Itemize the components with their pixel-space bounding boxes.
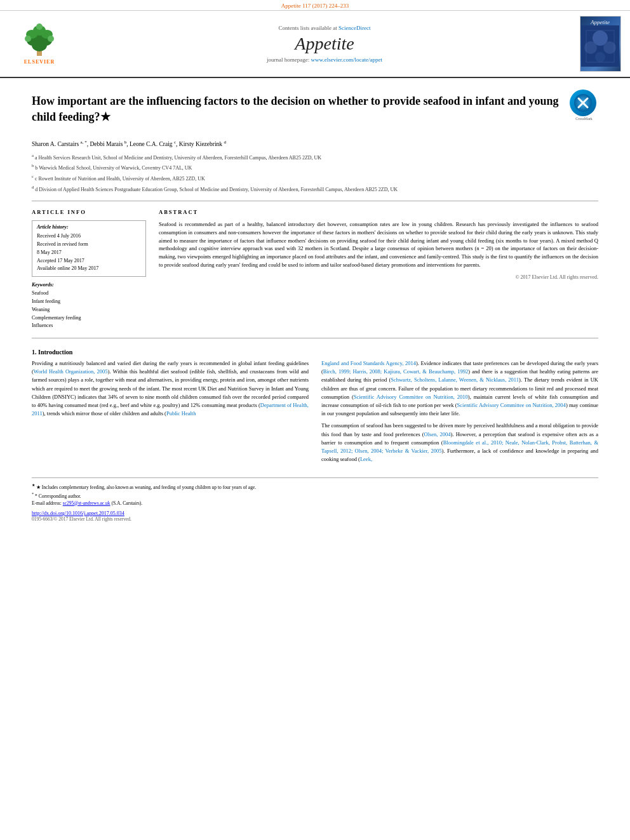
keyword-5: Influences <box>32 322 146 330</box>
homepage-line: journal homepage: www.elsevier.com/locat… <box>267 57 382 63</box>
homepage-text: journal homepage: <box>267 57 309 63</box>
email-address[interactable]: sc295@st-andrews.ac.uk <box>63 500 111 506</box>
keywords-box: Keywords: Seafood Infant feeding Weaning… <box>32 282 146 330</box>
corresponding-footnote: * * Corresponding author. <box>32 491 598 500</box>
ref-who-2005[interactable]: World Health Organization, 2005 <box>34 368 108 375</box>
author-1: Sharon A. Carstairs a, *, <box>32 141 88 147</box>
doi-link[interactable]: http://dx.doi.org/10.1016/j.appet.2017.0… <box>32 510 124 516</box>
ref-sacn-2010[interactable]: Scientific Advisory Committee on Nutriti… <box>354 394 468 400</box>
authors-line: Sharon A. Carstairs a, *, Debbi Marais b… <box>32 139 598 147</box>
email-label: E-mail address: <box>32 500 62 506</box>
ref-england-fsa[interactable]: England and Food Standards Agency, 2014 <box>321 360 416 366</box>
author-4: Kirsty Kiezebrink d <box>179 141 226 147</box>
cover-thumbnail: Appetite <box>580 16 621 72</box>
section-1-heading: 1. Introduction <box>32 349 598 356</box>
author-2: Debbi Marais b, <box>90 141 128 147</box>
sciencedirect-line: Contents lists available at ScienceDirec… <box>279 25 371 31</box>
journal-cover-image: Appetite <box>578 16 622 72</box>
body-para-3: The consumption of seafood has been sugg… <box>321 422 598 463</box>
elsevier-wordmark: ELSEVIER <box>24 59 55 65</box>
body-section: 1. Introduction Providing a nutritiously… <box>32 349 598 467</box>
svg-point-10 <box>36 23 43 30</box>
ref-bloomingdale[interactable]: Bloomingdale et al., 2010; Neale, Nolan-… <box>321 439 598 454</box>
history-title: Article history: <box>37 224 141 230</box>
article-title: How important are the influencing factor… <box>32 93 598 125</box>
cover-journal-title: Appetite <box>591 19 610 25</box>
article-info-panel: ARTICLE INFO Article history: Received 4… <box>32 209 146 330</box>
ref-schwartz[interactable]: Schwartz, Scholtens, Lalanne, Weenen, & … <box>391 377 519 383</box>
affiliation-d: d d Division of Applied Health Sciences … <box>32 184 598 194</box>
svg-point-9 <box>48 36 54 42</box>
info-abstract-section: ARTICLE INFO Article history: Received 4… <box>32 209 598 330</box>
abstract-title: ABSTRACT <box>159 209 598 215</box>
issn-line: 0195-6663/© 2017 Elsevier Ltd. All right… <box>32 516 598 522</box>
svg-point-8 <box>25 36 31 42</box>
sciencedirect-link[interactable]: ScienceDirect <box>338 25 370 31</box>
body-para-1: Providing a nutritiously balanced and va… <box>32 359 309 418</box>
affiliation-c: c c Rowett Institute of Nutrition and He… <box>32 173 598 183</box>
available-date: Available online 20 May 2017 <box>37 265 141 273</box>
email-author-name: (S.A. Carstairs). <box>111 500 142 506</box>
author-3: Leone C.A. Craig c, <box>130 141 177 147</box>
affiliation-a: a a Health Services Research Unit, Schoo… <box>32 152 598 162</box>
footnote-section: ★ ★ Includes complementary feeding, also… <box>32 477 598 522</box>
elsevier-tree-icon <box>14 23 65 58</box>
ref-birch[interactable]: Birch, 1999; Harris, 2008; Kajiura, Cowa… <box>323 368 468 375</box>
elsevier-logo: ELSEVIER <box>8 16 71 72</box>
abstract-text: Seafood is recommended as part of a heal… <box>159 220 598 269</box>
crossmark-label: CrossMark <box>570 117 598 121</box>
body-two-col: Providing a nutritiously balanced and va… <box>32 359 598 467</box>
body-para-2: England and Food Standards Agency, 2014)… <box>321 359 598 418</box>
main-content: CrossMark How important are the influenc… <box>0 78 630 532</box>
doi-line: http://dx.doi.org/10.1016/j.appet.2017.0… <box>32 510 598 516</box>
accepted-date: Accepted 17 May 2017 <box>37 257 141 265</box>
received-revised-label: Received in revised form <box>37 241 141 249</box>
article-info-title: ARTICLE INFO <box>32 209 146 215</box>
star-footnote: ★ ★ Includes complementary feeding, also… <box>32 482 598 491</box>
cover-illustration <box>581 25 619 67</box>
journal-ref-text: Appetite 117 (2017) 224–233 <box>281 3 349 9</box>
received-date: Received 4 July 2016 <box>37 232 141 241</box>
keywords-title: Keywords: <box>32 282 146 288</box>
journal-center-info: Contents lists available at ScienceDirec… <box>77 16 572 72</box>
section-divider-1 <box>32 201 598 201</box>
copyright-line: © 2017 Elsevier Ltd. All rights reserved… <box>159 274 598 280</box>
crossmark-icon <box>573 93 593 112</box>
journal-header: ELSEVIER Contents lists available at Sci… <box>0 11 630 78</box>
contents-available-text: Contents lists available at <box>279 25 337 31</box>
email-footnote: E-mail address: sc295@st-andrews.ac.uk (… <box>32 500 598 507</box>
keyword-3: Weaning <box>32 306 146 314</box>
ref-olsen-2004[interactable]: Olsen, 2004 <box>424 431 451 437</box>
keyword-4: Complementary feeding <box>32 314 146 323</box>
ref-public-health[interactable]: Public Health <box>166 410 196 417</box>
crossmark-circle <box>570 90 596 116</box>
body-col-left: Providing a nutritiously balanced and va… <box>32 359 309 467</box>
section-divider-2 <box>32 338 598 338</box>
affiliations: a a Health Services Research Unit, Schoo… <box>32 152 598 194</box>
article-history-box: Article history: Received 4 July 2016 Re… <box>32 220 146 277</box>
journal-reference-bar: Appetite 117 (2017) 224–233 <box>0 0 630 11</box>
svg-point-15 <box>595 52 605 62</box>
keyword-2: Infant feeding <box>32 298 146 306</box>
section-1-title: 1. Introduction <box>32 349 72 356</box>
abstract-section: ABSTRACT Seafood is recommended as part … <box>159 209 598 330</box>
affiliation-b: b b Warwick Medical School, University o… <box>32 163 598 172</box>
ref-sacn-2004[interactable]: Scientific Advisory Committee on Nutriti… <box>457 402 566 408</box>
body-col-right: England and Food Standards Agency, 2014)… <box>321 359 598 467</box>
crossmark-badge: CrossMark <box>570 90 598 118</box>
homepage-url[interactable]: www.elsevier.com/locate/appet <box>311 57 382 63</box>
journal-title: Appetite <box>295 34 354 54</box>
ref-leek[interactable]: Leek, <box>360 456 372 462</box>
keyword-1: Seafood <box>32 290 146 298</box>
received-revised-date: 8 May 2017 <box>37 249 141 257</box>
